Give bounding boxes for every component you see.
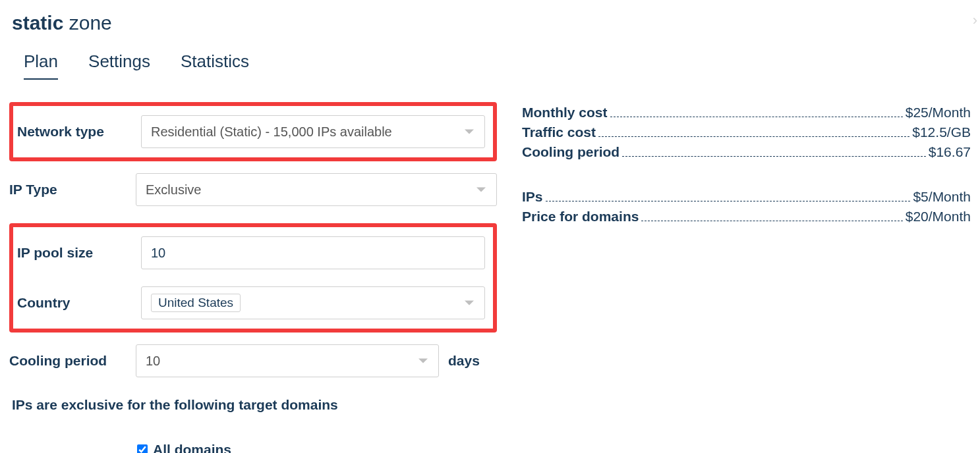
cooling-period-unit: days <box>448 353 480 369</box>
tab-settings[interactable]: Settings <box>88 51 150 80</box>
cooling-period-select[interactable]: 10 <box>136 344 439 377</box>
highlight-network-type: Network type Residential (Static) - 15,0… <box>9 102 497 161</box>
page-title: static zone <box>12 12 971 34</box>
country-select[interactable]: United States <box>141 286 485 319</box>
price-domains: Price for domains $20/Month <box>522 209 971 225</box>
ip-type-label: IP Type <box>9 182 136 198</box>
ip-pool-size-input[interactable]: 10 <box>141 236 485 269</box>
chevron-right-icon: › <box>973 12 977 29</box>
chevron-down-icon <box>465 301 474 306</box>
chevron-down-icon <box>465 130 474 134</box>
network-type-value: Residential (Static) - 15,000 IPs availa… <box>151 124 392 140</box>
price-ips: IPs $5/Month <box>522 189 971 205</box>
all-domains-checkbox[interactable] <box>137 444 148 453</box>
all-domains-row[interactable]: All domains <box>137 442 497 453</box>
chevron-down-icon <box>418 359 428 363</box>
highlight-pool-country: IP pool size 10 Country United States <box>9 223 497 333</box>
tab-plan[interactable]: Plan <box>24 51 58 80</box>
country-label: Country <box>14 295 141 311</box>
network-type-label: Network type <box>14 124 141 140</box>
price-monthly: Monthly cost $25/Month <box>522 105 971 120</box>
tab-statistics[interactable]: Statistics <box>181 51 249 80</box>
cooling-period-label: Cooling period <box>9 353 136 369</box>
tabs: Plan Settings Statistics <box>24 51 971 80</box>
cooling-period-value: 10 <box>146 354 160 369</box>
domains-heading: IPs are exclusive for the following targ… <box>12 397 497 413</box>
all-domains-label: All domains <box>153 442 231 453</box>
price-cooling: Cooling period $16.67 <box>522 144 971 160</box>
network-type-select[interactable]: Residential (Static) - 15,000 IPs availa… <box>141 115 485 148</box>
price-traffic: Traffic cost $12.5/GB <box>522 124 971 140</box>
ip-pool-size-value: 10 <box>151 246 165 261</box>
ip-type-value: Exclusive <box>146 182 201 198</box>
ip-pool-size-label: IP pool size <box>14 245 141 261</box>
country-value: United States <box>151 294 241 312</box>
ip-type-select[interactable]: Exclusive <box>136 173 497 206</box>
chevron-down-icon <box>476 188 486 192</box>
price-summary: Monthly cost $25/Month Traffic cost $12.… <box>522 102 971 453</box>
